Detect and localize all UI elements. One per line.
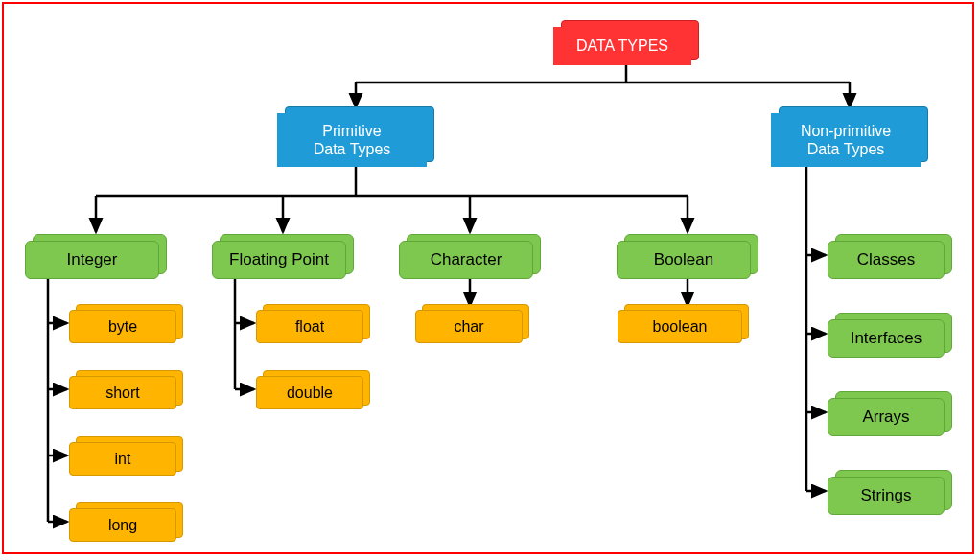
- byte-node: byte: [69, 310, 176, 343]
- short-node: short: [69, 376, 176, 409]
- nonprimitive-node: Non-primitive Data Types: [771, 113, 921, 167]
- boolean-leaf-node: boolean: [618, 310, 742, 343]
- classes-node: Classes: [828, 241, 945, 279]
- byte-label: byte: [108, 317, 137, 336]
- double-label: double: [287, 384, 333, 402]
- char-label: char: [454, 317, 483, 336]
- strings-label: Strings: [861, 486, 912, 505]
- boolean-leaf-label: boolean: [653, 317, 708, 336]
- boolean-label: Boolean: [654, 250, 713, 269]
- int-label: int: [115, 450, 131, 468]
- diagram-frame: DATA TYPES Primitive Data Types Non-prim…: [2, 2, 974, 554]
- arrays-node: Arrays: [828, 398, 945, 436]
- classes-label: Classes: [857, 250, 915, 269]
- integer-label: Integer: [67, 250, 118, 269]
- primitive-node: Primitive Data Types: [277, 113, 427, 167]
- long-label: long: [108, 516, 137, 534]
- character-node: Character: [399, 241, 533, 279]
- boolean-node: Boolean: [617, 241, 751, 279]
- short-label: short: [105, 384, 140, 402]
- nonprimitive-label: Non-primitive Data Types: [801, 122, 891, 158]
- arrays-label: Arrays: [862, 408, 909, 427]
- float-label: float: [295, 317, 324, 336]
- long-node: long: [69, 508, 176, 542]
- root-label: DATA TYPES: [576, 36, 668, 55]
- floating-label: Floating Point: [229, 250, 329, 269]
- interfaces-node: Interfaces: [828, 319, 945, 358]
- root-node: DATA TYPES: [553, 27, 691, 65]
- floating-node: Floating Point: [212, 241, 346, 279]
- char-node: char: [415, 310, 523, 343]
- int-node: int: [69, 442, 176, 476]
- primitive-label: Primitive Data Types: [314, 122, 391, 158]
- double-node: double: [256, 376, 363, 409]
- integer-node: Integer: [25, 241, 159, 279]
- float-node: float: [256, 310, 363, 343]
- character-label: Character: [431, 250, 502, 269]
- interfaces-label: Interfaces: [851, 329, 922, 348]
- strings-node: Strings: [828, 477, 945, 515]
